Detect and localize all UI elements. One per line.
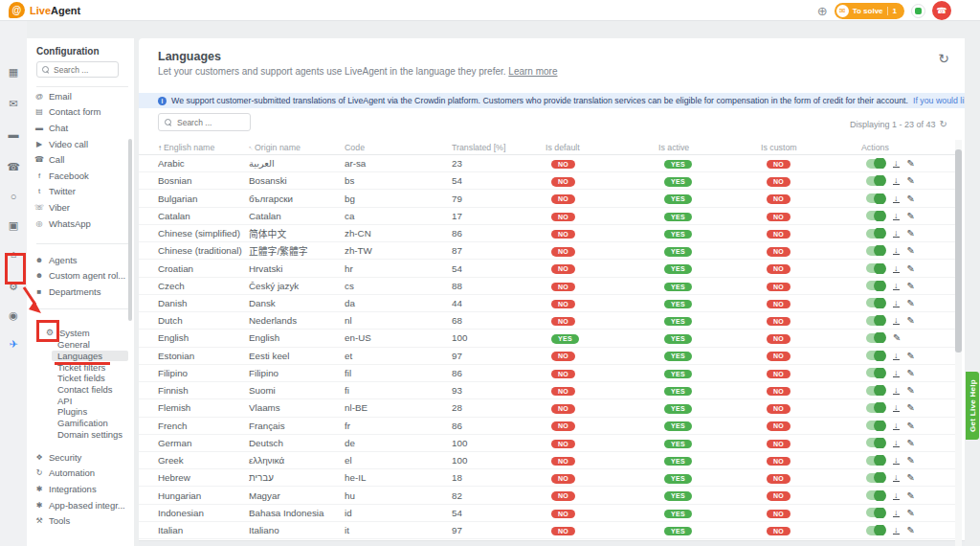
dashboard-icon[interactable]: ▦ xyxy=(0,66,27,79)
active-toggle[interactable] xyxy=(866,490,885,500)
chat-icon[interactable]: ▬ xyxy=(0,128,27,141)
download-icon[interactable]: ↓ xyxy=(893,194,900,203)
sidebar-item-facebook[interactable]: f Facebook xyxy=(27,168,134,184)
sidebar-item-twitter[interactable]: t Twitter xyxy=(27,184,134,200)
sidebar-item-custom-agent-roles[interactable]: ☻ Custom agent rol... xyxy=(27,268,134,284)
phone-status-button[interactable]: ☎ xyxy=(932,1,951,20)
gear-circle-icon[interactable]: ◉ xyxy=(0,309,27,322)
edit-pencil-icon[interactable]: ✎ xyxy=(907,368,915,378)
download-icon[interactable]: ↓ xyxy=(893,386,900,395)
active-toggle[interactable] xyxy=(866,193,885,203)
edit-pencil-icon[interactable]: ✎ xyxy=(907,158,915,169)
rocket-icon[interactable]: ✈ xyxy=(0,338,27,351)
download-icon[interactable]: ↓ xyxy=(893,316,900,325)
edit-pencil-icon[interactable]: ✎ xyxy=(907,351,915,361)
edit-pencil-icon[interactable]: ✎ xyxy=(907,472,915,483)
learn-more-link[interactable]: Learn more xyxy=(508,66,557,77)
download-icon[interactable]: ↓ xyxy=(893,212,900,220)
active-toggle[interactable] xyxy=(866,229,885,239)
download-icon[interactable]: ↓ xyxy=(893,473,900,482)
sidebar-item-departments[interactable]: ■ Departments xyxy=(27,284,134,300)
active-toggle[interactable] xyxy=(866,333,885,343)
sidebar-item-video-call[interactable]: ▶ Video call xyxy=(27,136,134,152)
edit-pencil-icon[interactable]: ✎ xyxy=(907,228,915,239)
active-toggle[interactable] xyxy=(866,316,885,326)
active-toggle[interactable] xyxy=(866,473,885,483)
sidebar-search[interactable] xyxy=(36,61,119,78)
settings-gear-icon[interactable]: ⚙ xyxy=(0,281,27,293)
sidebar-item-call[interactable]: ☎ Call xyxy=(27,151,134,168)
sidebar-item-gamification[interactable]: Gamification xyxy=(27,418,134,429)
edit-pencil-icon[interactable]: ✎ xyxy=(907,245,915,256)
sidebar-item-plugins[interactable]: Plugins xyxy=(27,406,134,418)
download-icon[interactable]: ↓ xyxy=(893,526,900,535)
sidebar-item-whatsapp[interactable]: ◎ WhatsApp xyxy=(27,216,134,232)
edit-pencil-icon[interactable]: ✎ xyxy=(907,402,915,413)
sidebar-item-system[interactable]: ⚙ System xyxy=(27,325,134,340)
edit-pencil-icon[interactable]: ✎ xyxy=(893,332,901,343)
edit-pencil-icon[interactable]: ✎ xyxy=(907,508,915,518)
column-header-origin-name[interactable]: ↑Origin name xyxy=(249,143,345,152)
column-header-code[interactable]: Code xyxy=(345,143,452,152)
sidebar-item-ticket-filters[interactable]: Ticket filters xyxy=(27,361,134,373)
edit-pencil-icon[interactable]: ✎ xyxy=(907,438,915,448)
add-new-icon[interactable]: ⊕ xyxy=(817,5,828,17)
active-toggle[interactable] xyxy=(866,456,885,466)
edit-pencil-icon[interactable]: ✎ xyxy=(907,193,915,204)
sidebar-scrollbar-thumb[interactable] xyxy=(128,139,132,321)
active-toggle[interactable] xyxy=(866,403,885,413)
sidebar-item-contact-form[interactable]: ▤ Contact form xyxy=(27,104,134,121)
refresh-list-icon[interactable]: ↻ xyxy=(940,119,947,129)
to-solve-button[interactable]: ✉ To solve 1 xyxy=(835,3,904,19)
edit-pencil-icon[interactable]: ✎ xyxy=(907,385,915,396)
contacts-icon[interactable]: ▣ xyxy=(0,219,27,232)
edit-pencil-icon[interactable]: ✎ xyxy=(907,455,915,466)
sidebar-item-email[interactable]: @ Email xyxy=(27,88,134,104)
download-icon[interactable]: ↓ xyxy=(893,159,900,168)
sidebar-item-integrations[interactable]: ✱ Integrations xyxy=(27,481,134,497)
download-icon[interactable]: ↓ xyxy=(893,176,900,185)
edit-pencil-icon[interactable]: ✎ xyxy=(907,315,915,326)
download-icon[interactable]: ↓ xyxy=(893,369,900,377)
active-toggle[interactable] xyxy=(866,421,885,430)
edit-pencil-icon[interactable]: ✎ xyxy=(907,490,915,501)
edit-pencil-icon[interactable]: ✎ xyxy=(907,298,915,308)
sidebar-item-general[interactable]: General xyxy=(27,339,134,351)
active-toggle[interactable] xyxy=(866,246,885,256)
banner-learn-more-link[interactable]: If you would like to contribute to the t… xyxy=(913,96,965,105)
active-toggle[interactable] xyxy=(866,438,885,447)
download-icon[interactable]: ↓ xyxy=(893,246,900,255)
active-toggle[interactable] xyxy=(866,368,885,377)
download-icon[interactable]: ↓ xyxy=(893,352,900,360)
edit-pencil-icon[interactable]: ✎ xyxy=(907,211,915,221)
sidebar-item-viber[interactable]: ☏ Viber xyxy=(27,199,134,216)
active-toggle[interactable] xyxy=(866,159,885,169)
download-icon[interactable]: ↓ xyxy=(893,439,900,447)
edit-pencil-icon[interactable]: ✎ xyxy=(907,421,915,431)
edit-pencil-icon[interactable]: ✎ xyxy=(907,525,915,535)
edit-pencil-icon[interactable]: ✎ xyxy=(907,263,915,274)
download-icon[interactable]: ↓ xyxy=(893,456,900,465)
sidebar-item-tools[interactable]: ⚒ Tools xyxy=(27,512,134,529)
sidebar-item-automation[interactable]: ↻ Automation xyxy=(27,466,134,482)
active-toggle[interactable] xyxy=(866,263,885,273)
download-icon[interactable]: ↓ xyxy=(893,264,900,273)
sidebar-item-domain-settings[interactable]: Domain settings xyxy=(27,429,134,441)
clock-icon[interactable]: ○ xyxy=(0,191,27,203)
sidebar-item-languages[interactable]: Languages xyxy=(52,351,128,362)
download-icon[interactable]: ↓ xyxy=(893,509,900,517)
sidebar-item-ticket-fields[interactable]: Ticket fields xyxy=(27,373,134,384)
column-header-translated-[interactable]: Translated [%] xyxy=(452,143,546,152)
active-toggle[interactable] xyxy=(866,298,885,307)
sidebar-item-chat[interactable]: ▬ Chat xyxy=(27,120,134,136)
download-icon[interactable]: ↓ xyxy=(893,299,900,307)
download-icon[interactable]: ↓ xyxy=(893,403,900,412)
mail-icon[interactable]: ✉ xyxy=(0,98,27,110)
active-toggle[interactable] xyxy=(866,386,885,396)
active-toggle[interactable] xyxy=(866,526,885,535)
sidebar-item-security[interactable]: ❖ Security xyxy=(27,449,134,466)
get-live-help-tab[interactable]: Get Live Help xyxy=(966,372,979,440)
table-search-input[interactable] xyxy=(177,118,244,127)
download-icon[interactable]: ↓ xyxy=(893,421,900,430)
agent-status-button[interactable] xyxy=(911,4,925,18)
